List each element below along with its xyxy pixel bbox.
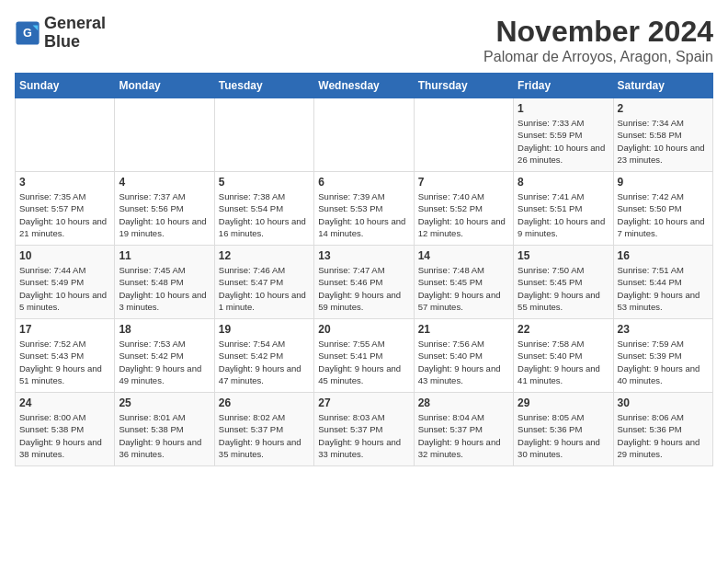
calendar-cell: 30Sunrise: 8:06 AM Sunset: 5:36 PM Dayli…: [613, 393, 712, 466]
day-number: 11: [119, 249, 210, 262]
calendar-cell: 19Sunrise: 7:54 AM Sunset: 5:42 PM Dayli…: [214, 319, 313, 393]
calendar-cell: 4Sunrise: 7:37 AM Sunset: 5:56 PM Daylig…: [115, 172, 214, 246]
month-title: November 2024: [483, 15, 713, 49]
calendar-cell: 21Sunrise: 7:56 AM Sunset: 5:40 PM Dayli…: [414, 319, 513, 393]
day-number: 6: [318, 176, 409, 189]
calendar-week-4: 24Sunrise: 8:00 AM Sunset: 5:38 PM Dayli…: [16, 393, 713, 466]
calendar-cell: 2Sunrise: 7:34 AM Sunset: 5:58 PM Daylig…: [613, 98, 712, 172]
day-header-monday: Monday: [115, 74, 214, 98]
calendar-cell: 5Sunrise: 7:38 AM Sunset: 5:54 PM Daylig…: [214, 172, 313, 246]
calendar-cell: 17Sunrise: 7:52 AM Sunset: 5:43 PM Dayli…: [16, 319, 115, 393]
day-number: 2: [618, 102, 709, 115]
calendar-cell: [414, 98, 513, 172]
day-number: 3: [19, 176, 110, 189]
day-number: 23: [618, 323, 709, 336]
cell-info: Sunrise: 7:53 AM Sunset: 5:42 PM Dayligh…: [119, 338, 210, 386]
calendar-week-3: 17Sunrise: 7:52 AM Sunset: 5:43 PM Dayli…: [16, 319, 713, 393]
day-header-tuesday: Tuesday: [214, 74, 313, 98]
cell-info: Sunrise: 7:58 AM Sunset: 5:40 PM Dayligh…: [518, 338, 609, 386]
calendar-cell: 22Sunrise: 7:58 AM Sunset: 5:40 PM Dayli…: [514, 319, 613, 393]
day-header-sunday: Sunday: [16, 74, 115, 98]
day-number: 4: [119, 176, 210, 189]
calendar-table: SundayMondayTuesdayWednesdayThursdayFrid…: [15, 73, 713, 466]
cell-info: Sunrise: 8:01 AM Sunset: 5:38 PM Dayligh…: [119, 411, 210, 460]
day-number: 8: [518, 176, 609, 189]
cell-info: Sunrise: 7:48 AM Sunset: 5:45 PM Dayligh…: [418, 264, 509, 313]
day-number: 1: [518, 102, 609, 115]
day-number: 15: [518, 249, 609, 262]
logo-icon: G: [15, 20, 40, 46]
day-number: 21: [418, 323, 509, 336]
svg-text:G: G: [23, 27, 32, 40]
day-number: 22: [518, 323, 609, 336]
cell-info: Sunrise: 7:50 AM Sunset: 5:45 PM Dayligh…: [518, 264, 609, 313]
day-header-thursday: Thursday: [414, 74, 513, 98]
cell-info: Sunrise: 7:35 AM Sunset: 5:57 PM Dayligh…: [19, 190, 110, 239]
calendar-cell: [314, 98, 414, 172]
day-number: 16: [618, 249, 709, 262]
calendar-cell: 7Sunrise: 7:40 AM Sunset: 5:52 PM Daylig…: [414, 172, 513, 246]
day-number: 29: [518, 396, 609, 409]
day-number: 14: [418, 249, 509, 262]
calendar-cell: 9Sunrise: 7:42 AM Sunset: 5:50 PM Daylig…: [613, 172, 712, 246]
cell-info: Sunrise: 7:39 AM Sunset: 5:53 PM Dayligh…: [318, 190, 409, 239]
day-number: 20: [318, 323, 409, 336]
cell-info: Sunrise: 7:37 AM Sunset: 5:56 PM Dayligh…: [119, 190, 210, 239]
logo-line1: General: [44, 15, 106, 33]
cell-info: Sunrise: 8:00 AM Sunset: 5:38 PM Dayligh…: [19, 411, 110, 460]
calendar-cell: 25Sunrise: 8:01 AM Sunset: 5:38 PM Dayli…: [115, 393, 214, 466]
calendar-cell: 1Sunrise: 7:33 AM Sunset: 5:59 PM Daylig…: [514, 98, 613, 172]
day-number: 28: [418, 396, 509, 409]
calendar-cell: 24Sunrise: 8:00 AM Sunset: 5:38 PM Dayli…: [16, 393, 115, 466]
logo-line2: Blue: [44, 33, 106, 52]
calendar-week-1: 3Sunrise: 7:35 AM Sunset: 5:57 PM Daylig…: [16, 172, 713, 246]
cell-info: Sunrise: 7:40 AM Sunset: 5:52 PM Dayligh…: [418, 190, 509, 239]
cell-info: Sunrise: 7:51 AM Sunset: 5:44 PM Dayligh…: [618, 264, 709, 313]
calendar-cell: 29Sunrise: 8:05 AM Sunset: 5:36 PM Dayli…: [514, 393, 613, 466]
calendar-cell: [115, 98, 214, 172]
day-number: 26: [219, 396, 310, 409]
day-number: 17: [19, 323, 110, 336]
logo: G General Blue: [15, 15, 106, 52]
calendar-cell: 26Sunrise: 8:02 AM Sunset: 5:37 PM Dayli…: [214, 393, 313, 466]
location-title: Palomar de Arroyos, Aragon, Spain: [483, 49, 713, 65]
calendar-cell: 14Sunrise: 7:48 AM Sunset: 5:45 PM Dayli…: [414, 246, 513, 319]
cell-info: Sunrise: 8:02 AM Sunset: 5:37 PM Dayligh…: [219, 411, 310, 460]
cell-info: Sunrise: 7:46 AM Sunset: 5:47 PM Dayligh…: [219, 264, 310, 313]
calendar-cell: 15Sunrise: 7:50 AM Sunset: 5:45 PM Dayli…: [514, 246, 613, 319]
calendar-cell: [214, 98, 313, 172]
calendar-cell: [16, 98, 115, 172]
cell-info: Sunrise: 7:47 AM Sunset: 5:46 PM Dayligh…: [318, 264, 409, 313]
day-number: 25: [119, 396, 210, 409]
day-number: 9: [618, 176, 709, 189]
calendar-cell: 6Sunrise: 7:39 AM Sunset: 5:53 PM Daylig…: [314, 172, 414, 246]
day-header-saturday: Saturday: [613, 74, 712, 98]
cell-info: Sunrise: 7:33 AM Sunset: 5:59 PM Dayligh…: [518, 117, 609, 166]
calendar-week-0: 1Sunrise: 7:33 AM Sunset: 5:59 PM Daylig…: [16, 98, 713, 172]
day-number: 12: [219, 249, 310, 262]
cell-info: Sunrise: 7:41 AM Sunset: 5:51 PM Dayligh…: [518, 190, 609, 239]
calendar-cell: 8Sunrise: 7:41 AM Sunset: 5:51 PM Daylig…: [514, 172, 613, 246]
day-number: 10: [19, 249, 110, 262]
calendar-cell: 10Sunrise: 7:44 AM Sunset: 5:49 PM Dayli…: [16, 246, 115, 319]
calendar-cell: 28Sunrise: 8:04 AM Sunset: 5:37 PM Dayli…: [414, 393, 513, 466]
calendar-cell: 23Sunrise: 7:59 AM Sunset: 5:39 PM Dayli…: [613, 319, 712, 393]
day-number: 30: [618, 396, 709, 409]
day-number: 19: [219, 323, 310, 336]
calendar-cell: 20Sunrise: 7:55 AM Sunset: 5:41 PM Dayli…: [314, 319, 414, 393]
cell-info: Sunrise: 7:56 AM Sunset: 5:40 PM Dayligh…: [418, 338, 509, 386]
cell-info: Sunrise: 7:54 AM Sunset: 5:42 PM Dayligh…: [219, 338, 310, 386]
day-number: 27: [318, 396, 409, 409]
cell-info: Sunrise: 7:34 AM Sunset: 5:58 PM Dayligh…: [618, 117, 709, 166]
calendar-cell: 12Sunrise: 7:46 AM Sunset: 5:47 PM Dayli…: [214, 246, 313, 319]
day-number: 24: [19, 396, 110, 409]
day-number: 5: [219, 176, 310, 189]
title-area: November 2024 Palomar de Arroyos, Aragon…: [483, 15, 713, 65]
cell-info: Sunrise: 7:42 AM Sunset: 5:50 PM Dayligh…: [618, 190, 709, 239]
cell-info: Sunrise: 7:59 AM Sunset: 5:39 PM Dayligh…: [618, 338, 709, 386]
header: G General Blue November 2024 Palomar de …: [15, 15, 713, 65]
cell-info: Sunrise: 8:04 AM Sunset: 5:37 PM Dayligh…: [418, 411, 509, 460]
header-row: SundayMondayTuesdayWednesdayThursdayFrid…: [16, 74, 713, 98]
cell-info: Sunrise: 7:55 AM Sunset: 5:41 PM Dayligh…: [318, 338, 409, 386]
cell-info: Sunrise: 8:05 AM Sunset: 5:36 PM Dayligh…: [518, 411, 609, 460]
